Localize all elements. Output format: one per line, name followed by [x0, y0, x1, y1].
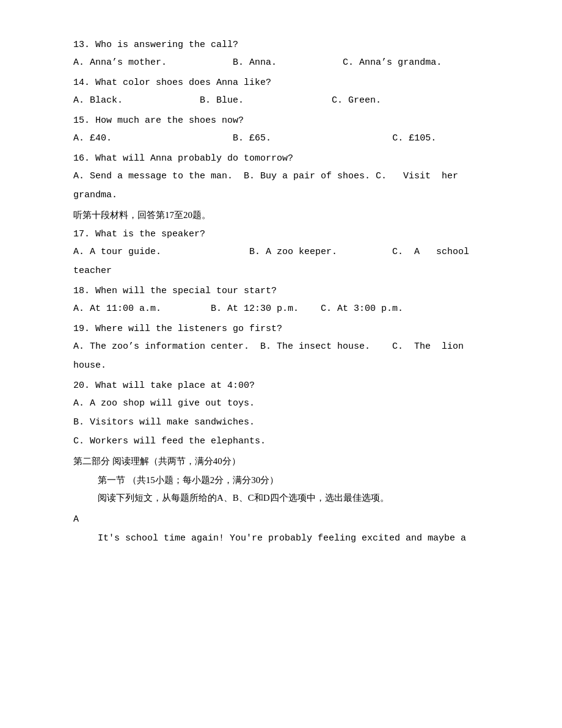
q20-option-a: A. A zoo shop will give out toys. [73, 395, 489, 412]
q19-text: 19. Where will the listeners go first? [73, 321, 489, 337]
q16-options-cont: grandma. [73, 187, 489, 203]
q18-text: 18. When will the special tour start? [73, 283, 489, 299]
q17-text: 17. What is the speaker? [73, 226, 489, 242]
q16-options: A. Send a message to the man. B. Buy a p… [73, 168, 489, 184]
q20-option-c: C. Workers will feed the elephants. [73, 433, 489, 450]
q16-text: 16. What will Anna probably do tomorrow? [73, 150, 489, 167]
question-19: 19. Where will the listeners go first? A… [73, 321, 489, 374]
q13-option-a: A. Anna’s mother. [73, 57, 167, 68]
q17-options-cont: teacher [73, 263, 489, 279]
q14-option-b: B. Blue. [200, 95, 244, 106]
q13-option-c: C. Anna’s grandma. [343, 57, 442, 68]
q14-options: A. Black. B. Blue. C. Green. [73, 92, 489, 109]
q18-options: A. At 11:00 a.m. B. At 12:30 p.m. C. At … [73, 300, 489, 317]
q15-option-a: A. £40. [73, 133, 112, 144]
section2-instruction: 阅读下列短文，从每题所给的A、B、C和D四个选项中，选出最佳选项。 [98, 490, 489, 506]
section-10-header: 听第十段材料，回答第17至20题。 [73, 207, 489, 224]
q13-text: 13. Who is answering the call? [73, 37, 489, 53]
q20-text: 20. What will take place at 4:00? [73, 377, 489, 394]
question-17: 17. What is the speaker? A. A tour guide… [73, 226, 489, 279]
q19-options: A. The zoo’s information center. B. The … [73, 338, 489, 355]
section2-header: 第二部分 阅读理解（共两节，满分40分） [73, 453, 489, 470]
question-16: 16. What will Anna probably do tomorrow?… [73, 150, 489, 203]
question-13: 13. Who is answering the call? A. Anna’s… [73, 37, 489, 71]
q15-option-b: B. £65. [233, 133, 271, 144]
q14-option-a: A. Black. [73, 95, 123, 106]
q15-text: 15. How much are the shoes now? [73, 112, 489, 129]
q13-option-b: B. Anna. [233, 57, 277, 68]
exam-content: 13. Who is answering the call? A. Anna’s… [73, 37, 489, 547]
q19-options-cont: house. [73, 357, 489, 374]
question-14: 14. What color shoes does Anna like? A. … [73, 75, 489, 109]
section2-sub1: 第一节 （共15小题；每小题2分，满分30分） [98, 472, 489, 489]
q20-option-b: B. Visitors will make sandwiches. [73, 414, 489, 431]
q15-options: A. £40. B. £65. C. £105. [73, 130, 489, 147]
q17-options: A. A tour guide. B. A zoo keeper. C. A s… [73, 244, 489, 260]
q14-option-c: C. Green. [332, 95, 381, 106]
question-15: 15. How much are the shoes now? A. £40. … [73, 112, 489, 147]
q15-option-c: C. £105. [392, 133, 436, 144]
q14-text: 14. What color shoes does Anna like? [73, 75, 489, 91]
passage-label: A [73, 511, 489, 528]
passage-text: It's school time again! You're probably … [98, 530, 489, 547]
question-18: 18. When will the special tour start? A.… [73, 283, 489, 317]
question-20: 20. What will take place at 4:00? A. A z… [73, 377, 489, 450]
q13-options: A. Anna’s mother. B. Anna. C. Anna’s gra… [73, 54, 489, 71]
